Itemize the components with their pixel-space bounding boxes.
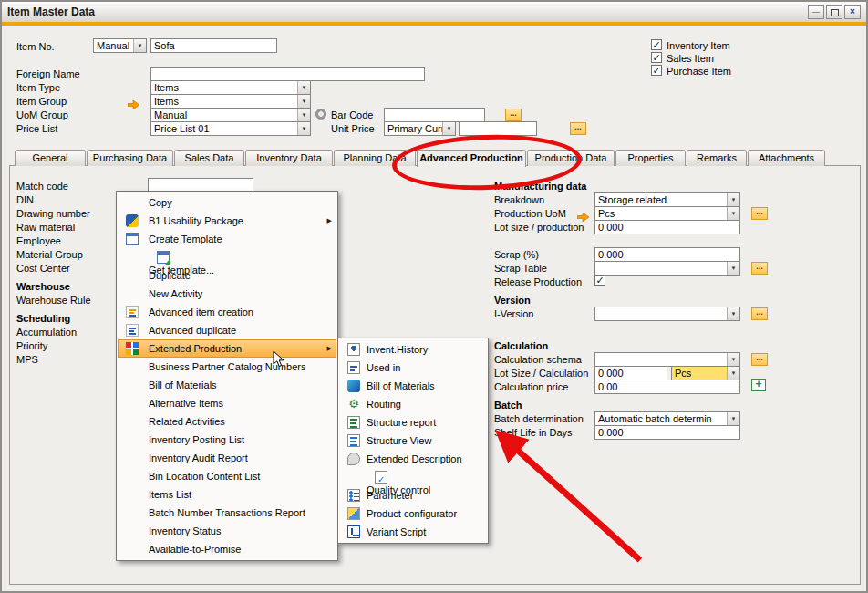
i-version-dropdown[interactable] [594,307,740,321]
quality-control-icon [375,471,388,484]
submenu-item-parameter[interactable]: Parameter [339,486,487,505]
menu-item-create-template[interactable]: Create Template [118,230,336,248]
calculation-schema-browse-button[interactable]: ... [751,353,768,366]
minimize-button[interactable] [808,5,824,19]
production-uom-browse-button[interactable]: ... [751,207,768,220]
menu-item-inventory-audit-report[interactable]: Inventory Audit Report [118,449,336,467]
submenu-item-structure-view[interactable]: Structure View [339,432,487,450]
item-type-dropdown[interactable]: Items [150,80,311,95]
tab-general[interactable]: General [15,150,86,166]
menu-item-bin-location-content-list[interactable]: Bin Location Content List [118,467,336,485]
restore-button[interactable] [826,5,842,19]
menu-item-label: Copy [149,197,172,208]
submenu-item-product-configurator[interactable]: Product configurator [339,505,487,523]
tab-planning-data[interactable]: Planning Data [334,150,416,166]
tab-attachments[interactable]: Attachments [748,150,825,166]
tab-strip: General Purchasing Data Sales Data Inven… [15,150,826,166]
uom-values-icon[interactable] [315,109,326,120]
menu-item-available-to-promise[interactable]: Available-to-Promise [118,540,336,558]
tab-properties[interactable]: Properties [615,150,686,166]
price-list-dropdown[interactable]: Price List 01 [150,121,311,136]
menu-item-label: Structure View [367,435,431,446]
tab-sales-data[interactable]: Sales Data [174,150,244,166]
lot-size-production-input[interactable]: 0.000 [594,220,740,234]
lot-size-calculation-uom-dropdown[interactable]: Pcs [671,366,740,380]
tab-purchasing-data[interactable]: Purchasing Data [87,150,173,166]
batch-determination-dropdown[interactable]: Automatic batch determin [594,411,740,426]
shelf-life-label: Shelf Life in Days [494,427,573,438]
add-calculation-table-icon[interactable] [751,379,766,391]
field-label-mps: MPS [16,354,38,365]
purchase-item-checkbox[interactable] [651,65,662,76]
advanced-duplicate-icon [126,324,139,337]
tab-remarks[interactable]: Remarks [687,150,747,166]
item-group-dropdown[interactable]: Items [150,94,311,109]
submenu-item-variant-script[interactable]: Variant Script [339,523,487,541]
release-production-label: Release Production [494,276,582,287]
menu-item-inventory-status[interactable]: Inventory Status [118,522,336,540]
breakdown-dropdown[interactable]: Storage related [594,192,740,207]
menu-item-label: Routing [367,399,401,410]
submenu-item-quality-control[interactable]: Quality control [339,468,487,486]
menu-item-advanced-duplicate[interactable]: Advanced duplicate [118,321,336,339]
submenu-item-structure-report[interactable]: Structure report [339,413,487,432]
submenu-item-used-in[interactable]: Used in [339,359,487,377]
tab-production-data[interactable]: Production Data [527,150,615,166]
submenu-arrow-icon [327,339,332,358]
parameter-icon [347,489,360,502]
menu-item-label: Inventory Posting List [149,434,244,445]
variant-script-icon [347,525,360,538]
menu-item-extended-production[interactable]: Extended Production [118,339,336,358]
used-in-icon [347,361,360,374]
submenu-item-bill-of-materials[interactable]: Bill of Materials [339,377,487,395]
sales-item-checkbox[interactable] [651,52,662,63]
menu-item-business-partner-catalog-numbers[interactable]: Business Partner Catalog Numbers [118,358,336,376]
scrap-table-browse-button[interactable]: ... [751,262,768,275]
menu-item-batch-number-transactions-report[interactable]: Batch Number Transactions Report [118,504,336,522]
uom-group-dropdown[interactable]: Manual [150,108,311,122]
item-no-input[interactable]: Sofa [150,38,277,53]
calculation-schema-dropdown[interactable] [594,352,740,367]
menu-item-inventory-posting-list[interactable]: Inventory Posting List [118,431,336,449]
menu-item-related-activities[interactable]: Related Activities [118,412,336,431]
submenu-item-extended-description[interactable]: Extended Description [339,450,487,468]
tab-inventory-data[interactable]: Inventory Data [245,150,333,166]
submenu-item-invent-history[interactable]: Invent.History [339,340,487,359]
item-no-mode-dropdown[interactable]: Manual [93,38,147,53]
scrap-table-label: Scrap Table [494,263,547,274]
scrap-input[interactable]: 0.000 [594,247,740,262]
close-button[interactable] [844,5,861,19]
bill-of-materials-icon [347,380,360,392]
menu-item-b1-usability-package[interactable]: B1 Usability Package [118,212,336,230]
menu-item-duplicate[interactable]: Duplicate [118,266,336,285]
production-uom-dropdown[interactable]: Pcs [594,206,740,221]
extended-description-icon [347,453,360,465]
foreign-name-input[interactable] [150,67,425,81]
menu-item-copy[interactable]: Copy [118,193,336,212]
menu-item-label: Product configurator [367,508,457,519]
menu-item-advanced-item-creation[interactable]: Advanced item creation [118,303,336,321]
bar-code-input[interactable] [384,108,485,122]
i-version-browse-button[interactable]: ... [751,307,768,320]
match-code-input[interactable] [148,178,253,192]
submenu-item-routing[interactable]: Routing [339,395,487,413]
menu-item-bill-of-materials[interactable]: Bill of Materials [118,376,336,394]
item-group-link-arrow-icon[interactable] [128,97,140,113]
menu-item-get-template[interactable]: Get template... [118,248,336,266]
tab-advanced-production[interactable]: Advanced Production [417,150,526,167]
menu-item-alternative-items[interactable]: Alternative Items [118,394,336,412]
menu-item-items-list[interactable]: Items List [118,485,336,504]
unit-price-browse-button[interactable]: ... [570,122,586,135]
menu-item-label: Business Partner Catalog Numbers [149,361,305,372]
calculation-schema-label: Calculation schema [494,354,582,365]
unit-price-currency-dropdown[interactable]: Primary Curr [384,121,456,136]
calculation-price-input[interactable]: 0.00 [594,380,740,394]
unit-price-input[interactable] [459,121,537,136]
inventory-item-checkbox[interactable] [651,39,662,50]
shelf-life-input[interactable]: 0.000 [594,425,740,440]
bar-code-browse-button[interactable]: ... [505,109,522,121]
scrap-table-dropdown[interactable] [594,261,740,276]
lot-size-calculation-input[interactable]: 0.000 [594,366,667,380]
release-production-checkbox[interactable] [594,275,605,286]
menu-item-new-activity[interactable]: New Activity [118,285,336,303]
